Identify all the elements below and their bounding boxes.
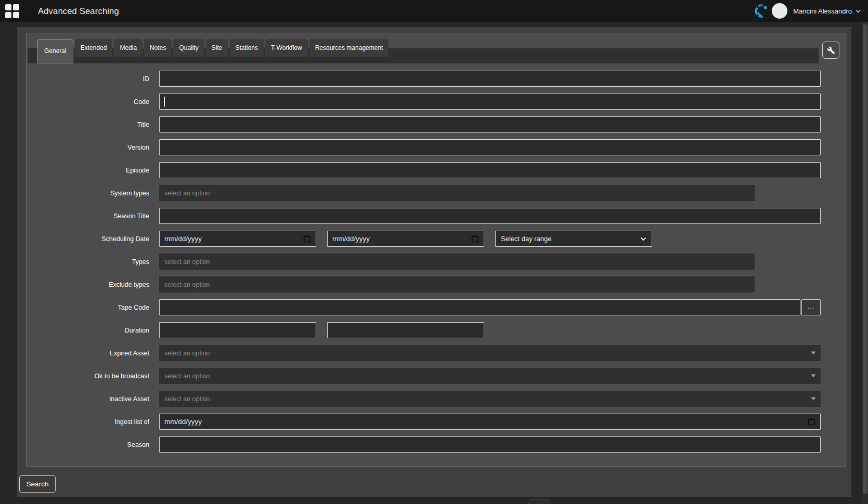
field-label: Exclude types	[27, 281, 159, 288]
field-label: Ok to be broadcast	[27, 373, 159, 380]
user-name: Mancini Alessandro	[793, 7, 852, 15]
exclude-types-multiselect[interactable]: select an option	[159, 276, 755, 293]
form-row-exclude-types: Exclude types select an option	[27, 276, 846, 293]
tab-site[interactable]: Site	[206, 39, 228, 57]
caret-down-icon	[811, 374, 816, 378]
tab-settings-button[interactable]	[822, 42, 839, 59]
duration-to-input[interactable]	[327, 322, 484, 338]
form-row-duration: Duration	[27, 322, 846, 338]
field-label: Inactive Asset	[27, 395, 159, 403]
field-label: Duration	[27, 327, 159, 334]
chevron-down-icon	[856, 9, 861, 13]
tab-notes[interactable]: Notes	[144, 39, 172, 57]
field-label: ID	[27, 75, 159, 83]
tab-stations[interactable]: Stations	[230, 39, 264, 57]
date-placeholder: mm/dd/yyyy	[164, 418, 202, 426]
search-panel: General Extended Media Notes Quality Sit…	[26, 33, 846, 467]
text-caret	[164, 97, 165, 107]
form-row-season: Season	[27, 436, 846, 453]
caret-down-icon	[811, 397, 816, 401]
topbar: Advanced Searching Mancini Alessandro	[0, 0, 868, 22]
form-row-inactive-asset: Inactive Asset select an option	[27, 391, 846, 407]
form-row-expired-asset: Expired Asset select an option	[27, 345, 846, 361]
season-input[interactable]	[159, 436, 821, 453]
caret-down-icon	[811, 351, 816, 355]
apps-grid-icon[interactable]	[5, 4, 19, 18]
avatar[interactable]	[772, 3, 787, 19]
form-row-id: ID	[27, 71, 846, 87]
ingest-list-of-date-input[interactable]: mm/dd/yyyy	[159, 414, 821, 430]
placeholder-text: select an option	[164, 258, 210, 266]
code-input[interactable]	[159, 94, 821, 110]
vertical-scrollbar[interactable]	[862, 22, 868, 504]
tab-t-workflow[interactable]: T-Workflow	[265, 39, 308, 57]
tape-code-input[interactable]	[159, 299, 800, 315]
form-row-title: Title	[27, 116, 846, 132]
topbar-right: Mancini Alessandro	[753, 3, 868, 19]
field-label: Tape Code	[27, 304, 159, 311]
tab-extended[interactable]: Extended	[75, 39, 113, 57]
wrench-icon	[827, 46, 835, 55]
ok-to-be-broadcast-select[interactable]: select an option	[159, 368, 821, 384]
scheduling-date-from-input[interactable]: mm/dd/yyyy	[159, 231, 316, 247]
tabbar: General Extended Media Notes Quality Sit…	[27, 33, 846, 63]
system-types-multiselect[interactable]: select an option	[159, 185, 755, 201]
tape-code-browse-button[interactable]: ...	[801, 299, 821, 315]
placeholder-text: select an option	[164, 190, 210, 197]
selected-option: Select day range	[501, 235, 552, 243]
expired-asset-select[interactable]: select an option	[159, 345, 821, 361]
episode-input[interactable]	[159, 162, 821, 178]
day-range-select[interactable]: Select day range	[495, 231, 652, 247]
user-menu[interactable]: Mancini Alessandro	[772, 3, 861, 19]
field-label: Scheduling Date	[27, 235, 159, 243]
tab-quality[interactable]: Quality	[173, 39, 204, 57]
scheduling-date-to-input[interactable]: mm/dd/yyyy	[327, 231, 484, 247]
tabs: General Extended Media Notes Quality Sit…	[37, 39, 388, 63]
version-input[interactable]	[159, 139, 821, 155]
form-row-version: Version	[27, 139, 846, 155]
field-label: Ingest list of	[27, 418, 159, 426]
tab-resources-management[interactable]: Resources management	[309, 39, 389, 57]
field-label: Episode	[27, 167, 159, 174]
form-row-ingest-list-of: Ingest list of mm/dd/yyyy	[27, 414, 846, 430]
bottom-scrollbar-notch[interactable]	[528, 499, 550, 504]
calendar-icon[interactable]	[808, 418, 815, 426]
form-row-types: Types select an option	[27, 254, 846, 270]
field-label: Code	[27, 98, 159, 105]
content-card: General Extended Media Notes Quality Sit…	[17, 27, 851, 497]
field-label: Types	[27, 258, 159, 266]
brand-logo-icon	[753, 3, 769, 19]
placeholder-text: select an option	[164, 281, 210, 288]
search-button[interactable]: Search	[19, 475, 56, 493]
types-multiselect[interactable]: select an option	[159, 254, 755, 270]
form-row-episode: Episode	[27, 162, 846, 178]
field-label: Version	[27, 144, 159, 151]
page-title: Advanced Searching	[38, 6, 119, 16]
scrollbar-thumb[interactable]	[863, 24, 867, 494]
calendar-icon[interactable]	[303, 235, 311, 243]
search-form: ID Code Title Version	[27, 63, 846, 453]
form-row-season-title: Season Title	[27, 208, 846, 224]
inactive-asset-select[interactable]: select an option	[159, 391, 821, 407]
tab-general[interactable]: General	[37, 39, 73, 63]
form-row-ok-to-be-broadcast: Ok to be broadcast select an option	[27, 368, 846, 384]
id-input[interactable]	[159, 71, 821, 87]
form-row-scheduling-date: Scheduling Date mm/dd/yyyy mm/dd/yyyy	[27, 231, 846, 247]
form-row-tape-code: Tape Code ...	[27, 299, 846, 315]
field-label: Season Title	[27, 213, 159, 220]
placeholder-text: select an option	[164, 350, 210, 357]
field-label: System types	[27, 190, 159, 197]
form-row-code: Code	[27, 94, 846, 110]
calendar-icon[interactable]	[471, 235, 479, 243]
form-row-system-types: System types select an option	[27, 185, 846, 201]
field-label: Title	[27, 121, 159, 128]
tab-media[interactable]: Media	[114, 39, 142, 57]
field-label: Season	[27, 441, 159, 448]
date-placeholder: mm/dd/yyyy	[164, 235, 202, 243]
duration-from-input[interactable]	[159, 322, 316, 338]
date-placeholder: mm/dd/yyyy	[332, 235, 370, 243]
field-label: Expired Asset	[27, 350, 159, 357]
title-input[interactable]	[159, 116, 821, 132]
season-title-input[interactable]	[159, 208, 821, 224]
chevron-down-icon	[640, 237, 646, 241]
